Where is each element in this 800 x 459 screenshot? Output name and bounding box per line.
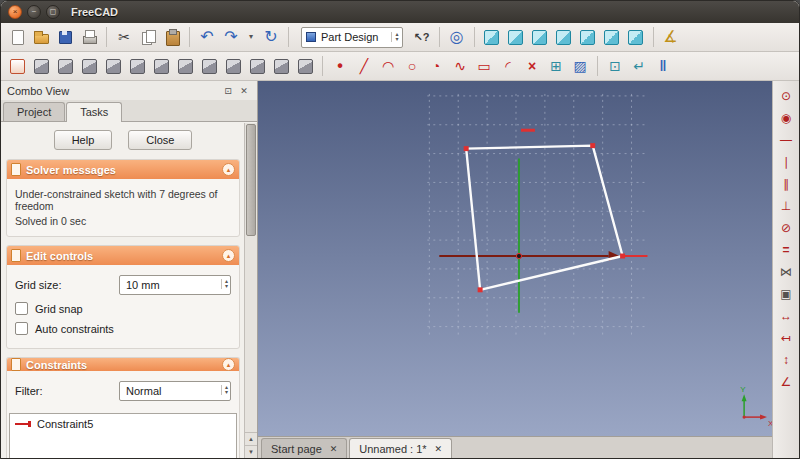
mirror-sketch-button[interactable]: ‖ — [652, 55, 674, 77]
new-file-button[interactable] — [6, 26, 28, 48]
constraint-tangent-button[interactable]: ⊘ — [776, 218, 796, 238]
constraints-header[interactable]: Constraints ▴ — [7, 358, 239, 371]
grid-size-select[interactable]: 10 mm ▴ ▾ — [119, 275, 231, 295]
collapse-icon[interactable]: ▴ — [222, 249, 235, 262]
tab-project[interactable]: Project — [3, 102, 65, 121]
draft-button[interactable] — [174, 55, 196, 77]
pocket-button[interactable] — [54, 55, 76, 77]
tab-close-icon[interactable]: ✕ — [330, 444, 338, 454]
create-polyline-button[interactable]: ∿ — [449, 55, 471, 77]
tab-unnamed-document[interactable]: Unnamed : 1* ✕ — [349, 438, 452, 458]
edit-controls-header[interactable]: Edit controls ▴ — [7, 246, 239, 265]
boolean-button[interactable] — [294, 55, 316, 77]
external-geometry-button[interactable]: ⊞ — [545, 55, 567, 77]
scrollbar-track[interactable] — [245, 237, 257, 432]
scroll-down-button[interactable]: ▼ — [245, 445, 257, 458]
constraints-list[interactable]: Constraint5 — [9, 413, 237, 458]
view-top-button[interactable] — [529, 26, 551, 48]
constraint-horizontal-distance-button[interactable]: ↤ — [776, 328, 796, 348]
close-button[interactable]: Close — [128, 130, 192, 150]
create-fillet-button[interactable]: ◜ — [497, 55, 519, 77]
auto-constraints-checkbox[interactable] — [15, 322, 28, 335]
collapse-icon[interactable]: ▴ — [222, 163, 235, 176]
constraint-distance-button[interactable]: ↔ — [776, 306, 796, 326]
dock-float-icon[interactable]: ⊡ — [221, 84, 235, 97]
grid-size-spinner[interactable]: ▴ ▾ — [221, 279, 228, 289]
tab-close-icon[interactable]: ✕ — [435, 444, 443, 454]
linear-pattern-button[interactable] — [222, 55, 244, 77]
print-button[interactable] — [78, 26, 100, 48]
window-minimize-button[interactable]: − — [27, 5, 41, 19]
polar-pattern-button[interactable] — [246, 55, 268, 77]
create-line-button[interactable]: ╱ — [353, 55, 375, 77]
constraint-symmetric-button[interactable]: ⋈ — [776, 262, 796, 282]
create-point-button[interactable]: • — [329, 55, 351, 77]
constraint-angle-button[interactable]: ∠ — [776, 372, 796, 392]
revolution-button[interactable] — [78, 55, 100, 77]
dock-close-icon[interactable]: ✕ — [237, 84, 251, 97]
constraint-horizontal-button[interactable]: ― — [776, 130, 796, 150]
measure-button[interactable]: ∡ — [660, 26, 682, 48]
solver-messages-header[interactable]: Solver messages ▴ — [7, 160, 239, 179]
undo-button[interactable]: ↶ — [196, 26, 218, 48]
list-item[interactable]: Constraint5 — [13, 417, 233, 431]
pad-button[interactable] — [30, 55, 52, 77]
whatsthis-button[interactable]: ↖? — [411, 26, 433, 48]
paste-button[interactable] — [161, 26, 183, 48]
scrollbar-thumb[interactable] — [246, 124, 256, 236]
constraint-vertical-button[interactable]: ∣ — [776, 152, 796, 172]
origin-point[interactable] — [516, 253, 521, 258]
create-conic-button[interactable]: ◔ — [425, 55, 447, 77]
panel-scrollbar[interactable]: ▲ ▼ — [244, 123, 257, 458]
grid-snap-checkbox[interactable] — [15, 302, 28, 315]
viewport-canvas[interactable]: Y X — [258, 81, 772, 436]
scroll-up-button[interactable]: ▲ — [245, 432, 257, 445]
create-rectangle-button[interactable]: ▭ — [473, 55, 495, 77]
new-sketch-button[interactable] — [6, 55, 28, 77]
create-arc-button[interactable]: ◠ — [377, 55, 399, 77]
toggle-grid-button[interactable]: ⊡ — [604, 55, 626, 77]
3d-viewport[interactable]: Y X — [258, 81, 772, 436]
help-button[interactable]: Help — [54, 130, 113, 150]
titlebar[interactable]: × − ◻ FreeCAD — [1, 1, 799, 23]
groove-button[interactable] — [102, 55, 124, 77]
view-axonometric-button[interactable] — [481, 26, 503, 48]
fillet-solid-button[interactable] — [126, 55, 148, 77]
fit-all-button[interactable]: ◎ — [446, 26, 468, 48]
trim-edge-button[interactable]: × — [521, 55, 543, 77]
redo-dropdown-arrow-icon[interactable]: ▾ — [244, 26, 258, 48]
cut-button[interactable]: ✂ — [113, 26, 135, 48]
refresh-button[interactable]: ↻ — [260, 26, 282, 48]
horizontal-constraint-icon[interactable] — [521, 129, 535, 132]
view-left-button[interactable] — [625, 26, 647, 48]
scaled-button[interactable] — [270, 55, 292, 77]
chamfer-button[interactable] — [150, 55, 172, 77]
open-file-button[interactable] — [30, 26, 52, 48]
mirrored-button[interactable] — [198, 55, 220, 77]
constraint-point-on-object-button[interactable]: ◉ — [776, 108, 796, 128]
view-bottom-button[interactable] — [601, 26, 623, 48]
tab-tasks[interactable]: Tasks — [66, 102, 122, 122]
filter-select[interactable]: Normal ▴ ▾ — [119, 381, 231, 401]
copy-button[interactable] — [137, 26, 159, 48]
construction-mode-button[interactable]: ▨ — [569, 55, 591, 77]
leave-sketch-button[interactable]: ↵ — [628, 55, 650, 77]
workbench-selector[interactable]: Part Design ▴ ▾ — [301, 27, 403, 48]
window-close-button[interactable]: × — [8, 5, 22, 19]
filter-spinner[interactable]: ▴ ▾ — [221, 385, 228, 395]
constraint-coincident-button[interactable]: ⊙ — [776, 86, 796, 106]
save-button[interactable] — [54, 26, 76, 48]
constraint-parallel-button[interactable]: ∥ — [776, 174, 796, 194]
redo-button[interactable]: ↷ — [220, 26, 242, 48]
view-right-button[interactable] — [553, 26, 575, 48]
view-front-button[interactable] — [505, 26, 527, 48]
constraint-vertical-distance-button[interactable]: ↕ — [776, 350, 796, 370]
window-maximize-button[interactable]: ◻ — [46, 5, 60, 19]
tab-start-page[interactable]: Start page ✕ — [261, 438, 347, 458]
constraint-perpendicular-button[interactable]: ⊥ — [776, 196, 796, 216]
constraint-lock-button[interactable]: ▣ — [776, 284, 796, 304]
constraint-equal-button[interactable]: = — [776, 240, 796, 260]
workbench-spinner[interactable]: ▴ ▾ — [391, 32, 398, 42]
create-circle-button[interactable]: ○ — [401, 55, 423, 77]
view-rear-button[interactable] — [577, 26, 599, 48]
